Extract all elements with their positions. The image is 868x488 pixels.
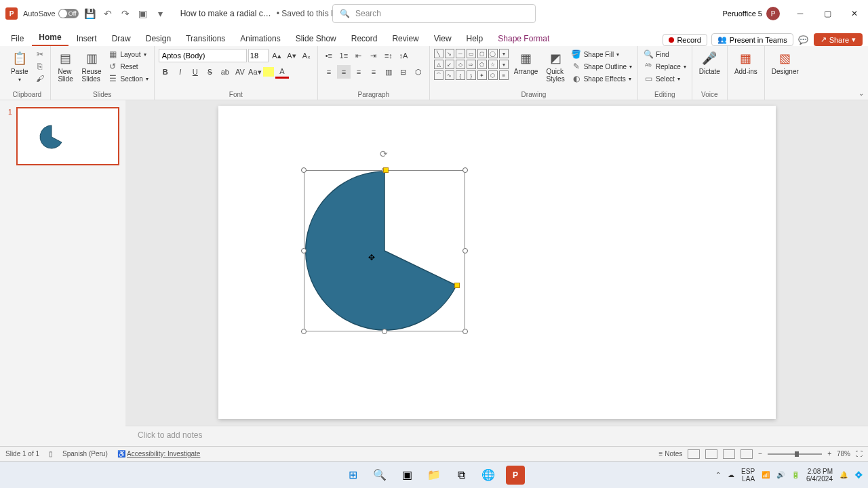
paste-button[interactable]: 📋Paste▾ <box>8 49 31 84</box>
clear-format-icon[interactable]: Aₓ <box>300 49 313 62</box>
autosave-toggle[interactable]: AutoSave Off <box>23 9 79 18</box>
find-button[interactable]: 🔍Find <box>642 49 688 60</box>
chrome-icon[interactable]: 🌐 <box>479 466 498 485</box>
strike-button[interactable]: S̶ <box>203 65 217 79</box>
language-button[interactable]: Spanish (Peru) <box>62 450 108 458</box>
format-painter-button[interactable]: 🖌 <box>34 73 46 84</box>
accessibility-button[interactable]: ♿ Accessibility: Investigate <box>117 450 201 458</box>
tab-insert[interactable]: Insert <box>70 31 104 46</box>
resize-handle-bc[interactable] <box>382 329 387 334</box>
tab-view[interactable]: View <box>427 31 458 46</box>
align-right-button[interactable]: ≡ <box>352 65 366 79</box>
tab-design[interactable]: Design <box>139 31 178 46</box>
resize-handle-mr[interactable] <box>462 248 468 253</box>
quick-styles-button[interactable]: ◩Quick Styles <box>543 49 567 84</box>
rotate-handle-icon[interactable]: ⟳ <box>380 148 388 159</box>
qat-dropdown-icon[interactable]: ▾ <box>155 7 167 20</box>
close-button[interactable]: ✕ <box>841 0 868 27</box>
section-button[interactable]: ☰Section▾ <box>106 73 149 84</box>
addins-button[interactable]: ▦Add-ins <box>732 49 760 77</box>
shape-fill-button[interactable]: 🪣Shape Fill▾ <box>570 49 633 60</box>
slide-thumbnail-1[interactable]: 1 <box>16 107 119 165</box>
adjust-handle-2[interactable] <box>454 283 460 288</box>
record-button[interactable]: Record <box>663 34 707 46</box>
align-text-button[interactable]: ⊟ <box>397 65 410 79</box>
battery-icon[interactable]: 🔋 <box>791 471 800 479</box>
slide-counter[interactable]: Slide 1 of 1 <box>5 450 39 458</box>
zoom-level[interactable]: 78% <box>837 450 850 458</box>
slack-icon[interactable]: ⧉ <box>452 466 471 485</box>
zoom-out-button[interactable]: − <box>758 450 762 458</box>
input-language[interactable]: ESPLAA <box>741 468 755 483</box>
font-name-select[interactable] <box>159 49 247 62</box>
increase-indent-button[interactable]: ⇥ <box>367 49 380 62</box>
task-view-icon[interactable]: ▣ <box>397 466 416 485</box>
adjust-handle-1[interactable] <box>383 167 389 173</box>
select-button[interactable]: ▭Select▾ <box>642 73 688 84</box>
notifications-icon[interactable]: 🔔 <box>840 471 848 479</box>
start-button[interactable]: ⊞ <box>343 466 362 485</box>
dictate-button[interactable]: 🎤Dictate <box>696 49 723 77</box>
resize-handle-bl[interactable] <box>301 329 307 334</box>
increase-font-icon[interactable]: A▴ <box>270 49 283 62</box>
taskbar-search-icon[interactable]: 🔍 <box>370 466 389 485</box>
tab-record[interactable]: Record <box>344 31 384 46</box>
justify-button[interactable]: ≡ <box>367 65 380 79</box>
resize-handle-tl[interactable] <box>301 167 307 173</box>
wifi-icon[interactable]: 📶 <box>762 471 770 479</box>
layout-button[interactable]: ▦Layout▾ <box>106 49 149 60</box>
reset-button[interactable]: ↺Reset <box>106 61 149 72</box>
font-color-button[interactable]: A <box>275 65 289 79</box>
redo-icon[interactable]: ↷ <box>119 7 132 20</box>
align-left-button[interactable]: ≡ <box>322 65 336 79</box>
tab-transitions[interactable]: Transitions <box>179 31 232 46</box>
designer-button[interactable]: ▧Designer <box>769 49 802 77</box>
notes-pane[interactable]: Click to add notes <box>125 426 868 446</box>
selected-shape-pie[interactable]: ⟳ ✥ <box>304 170 465 331</box>
maximize-button[interactable]: ▢ <box>814 0 841 27</box>
onedrive-icon[interactable]: ☁ <box>728 471 734 479</box>
tab-draw[interactable]: Draw <box>105 31 138 46</box>
line-spacing-button[interactable]: ≡↕ <box>382 49 395 62</box>
new-slide-button[interactable]: ▤New Slide <box>55 49 77 84</box>
normal-view-button[interactable] <box>688 449 700 459</box>
present-teams-button[interactable]: 👥Present in Teams <box>711 33 793 46</box>
decrease-font-icon[interactable]: A▾ <box>285 49 298 62</box>
comments-icon[interactable]: 💬 <box>797 34 810 46</box>
file-explorer-icon[interactable]: 📁 <box>425 466 443 485</box>
minimize-button[interactable]: ─ <box>787 0 814 27</box>
save-icon[interactable]: 💾 <box>84 7 96 20</box>
decrease-indent-button[interactable]: ⇤ <box>352 49 366 62</box>
shadow-button[interactable]: ab <box>218 65 232 79</box>
tab-help[interactable]: Help <box>460 31 490 46</box>
fit-window-button[interactable]: ⛶ <box>856 450 863 458</box>
slide-editor[interactable]: ⟳ ✥ <box>125 100 868 426</box>
present-icon[interactable]: ▣ <box>137 7 149 20</box>
copilot-icon[interactable]: 💠 <box>854 471 863 479</box>
undo-icon[interactable]: ↶ <box>102 7 114 20</box>
arrange-button[interactable]: ▦Arrange <box>511 49 541 77</box>
highlight-button[interactable] <box>263 67 274 77</box>
powerpoint-taskbar-icon[interactable]: P <box>506 466 525 485</box>
tab-review[interactable]: Review <box>385 31 425 46</box>
resize-handle-ml[interactable] <box>301 248 307 253</box>
replace-button[interactable]: ᴬᵇReplace▾ <box>642 61 688 72</box>
tab-animations[interactable]: Animations <box>233 31 287 46</box>
resize-handle-tr[interactable] <box>462 167 468 173</box>
smartart-button[interactable]: ⬡ <box>412 65 425 79</box>
reuse-slides-button[interactable]: ▥Reuse Slides <box>79 49 104 84</box>
collapse-ribbon-icon[interactable]: ⌄ <box>859 89 864 97</box>
volume-icon[interactable]: 🔊 <box>776 471 785 479</box>
slide-canvas[interactable]: ⟳ ✥ <box>218 106 776 419</box>
shapes-gallery[interactable]: ╲↘─▭▢◯▾ △↙◇⇨⬠☆▾ ⌒∿{}✦⬡≡ <box>434 49 509 80</box>
copy-button[interactable]: ⎘ <box>34 61 46 72</box>
sorter-view-button[interactable] <box>705 449 717 459</box>
bullets-button[interactable]: •≡ <box>322 49 336 62</box>
search-input[interactable]: 🔍 Search <box>332 4 536 23</box>
tray-chevron-icon[interactable]: ⌃ <box>715 471 721 479</box>
tab-shape-format[interactable]: Shape Format <box>491 31 556 46</box>
slideshow-view-button[interactable] <box>741 449 753 459</box>
shape-effects-button[interactable]: ◐Shape Effects▾ <box>570 73 633 84</box>
numbering-button[interactable]: 1≡ <box>337 49 351 62</box>
text-overflow-icon[interactable]: ▯ <box>49 450 53 458</box>
